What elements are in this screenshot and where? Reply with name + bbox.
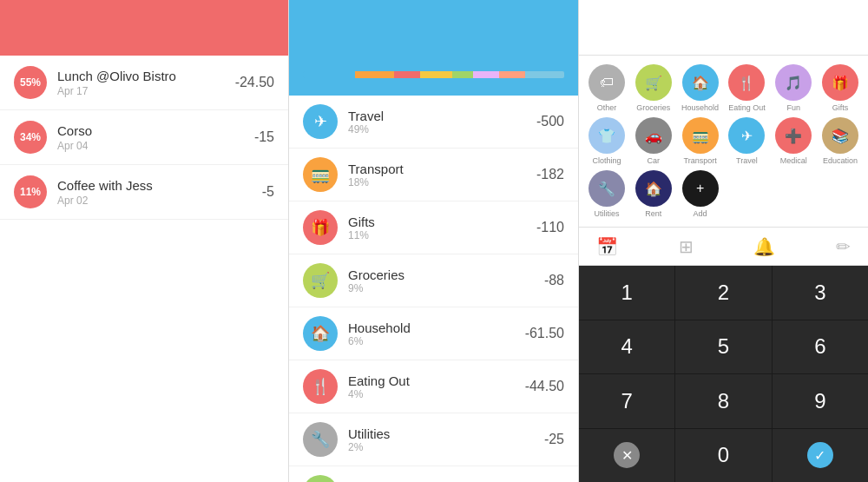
expense-info: Corso Apr 04	[57, 123, 254, 152]
expense-item[interactable]: 55% Lunch @Olivo Bistro Apr 17 -24.50	[0, 56, 288, 110]
cat-grid-item[interactable]: 🎁 Gifts	[819, 64, 861, 112]
cat-grid-item[interactable]: 🛒 Groceries	[633, 64, 674, 112]
numpad-7[interactable]: 7	[579, 374, 674, 428]
cat-grid-label: Add	[694, 209, 707, 218]
expense-item[interactable]: 34% Corso Apr 04 -15	[0, 110, 288, 165]
category-item[interactable]: 🍴 Eating Out 4% -44.50	[289, 360, 578, 413]
cat-grid-icon: 🍴	[728, 64, 765, 101]
category-icon: 🔧	[303, 422, 338, 457]
expense-name: Coffee with Jess	[57, 178, 262, 193]
category-amount: -500	[536, 114, 564, 129]
category-info: Utilities 2%	[348, 426, 544, 453]
panel1-header	[0, 0, 288, 56]
cat-grid-item[interactable]: ✈ Travel	[726, 117, 767, 165]
category-icon: 🛒	[303, 263, 338, 298]
category-name: Utilities	[348, 426, 544, 441]
category-item[interactable]: 🚃 Transport 18% -182	[289, 149, 578, 201]
cat-grid-item[interactable]: 🎵 Fun	[773, 64, 814, 112]
cat-grid-item[interactable]: 🏠 Rent	[633, 170, 674, 218]
category-pct: 6%	[348, 335, 525, 347]
category-amount: -88	[544, 273, 564, 288]
cat-grid-icon: 👕	[589, 117, 625, 154]
color-bar	[473, 71, 499, 78]
panel3-header	[579, 0, 868, 56]
category-icon: 🍴	[303, 369, 338, 404]
numpad-2[interactable]: 2	[675, 266, 771, 320]
numpad-5[interactable]: 5	[675, 320, 771, 374]
category-item[interactable]: ✈ Travel 49% -500	[289, 96, 578, 149]
category-amount: -110	[536, 220, 564, 235]
category-item[interactable]: 👕 Clothing 1% -16	[289, 466, 578, 482]
expense-date: Apr 17	[57, 85, 235, 97]
cat-grid-label: Clothing	[592, 156, 621, 165]
category-info: Travel 49%	[348, 109, 536, 135]
cat-grid-label: Other	[597, 103, 617, 112]
color-bar	[525, 71, 564, 78]
cat-grid-icon: 🚗	[635, 117, 672, 154]
category-pct: 18%	[348, 176, 536, 188]
category-info: Transport 18%	[348, 162, 536, 188]
category-info: Clothing 1%	[348, 479, 544, 483]
cat-grid-item[interactable]: 🏠 Household	[680, 64, 721, 112]
numpad-6[interactable]: 6	[773, 320, 868, 374]
category-name: Clothing	[348, 479, 544, 483]
category-pct: 49%	[348, 123, 536, 135]
cat-grid-item[interactable]: ➕ Medical	[773, 117, 814, 165]
calendar-icon[interactable]: 📅	[596, 236, 618, 257]
expenses-hero	[289, 56, 578, 96]
cat-grid-icon: 📚	[822, 117, 858, 154]
panel2-header	[289, 0, 578, 56]
category-pct: 4%	[348, 388, 525, 400]
category-item[interactable]: 🎁 Gifts 11% -110	[289, 201, 578, 254]
numpad-9[interactable]: 9	[773, 374, 868, 428]
cat-grid-label: Gifts	[832, 103, 849, 112]
numpad-3[interactable]: 3	[773, 266, 868, 320]
category-item[interactable]: 🔧 Utilities 2% -25	[289, 413, 578, 466]
cat-grid-icon: 🎵	[775, 64, 812, 101]
category-icon: 🚃	[303, 157, 338, 192]
cat-grid-item[interactable]: + Add	[680, 170, 721, 218]
edit-icon[interactable]: ✏	[836, 236, 851, 257]
repeat-icon[interactable]: ⊞	[679, 236, 694, 257]
color-bar	[303, 71, 355, 78]
percent-badge: 11%	[14, 175, 47, 208]
expense-info: Lunch @Olivo Bistro Apr 17	[57, 69, 235, 97]
cat-grid-item[interactable]: 🚗 Car	[633, 117, 674, 165]
category-name: Household	[348, 320, 525, 335]
category-item[interactable]: 🛒 Groceries 9% -88	[289, 254, 578, 307]
entry-toolbar: 📅 ⊞ 🔔 ✏	[579, 228, 868, 266]
numpad-0[interactable]: 0	[675, 429, 771, 483]
cat-grid-item[interactable]: 🚃 Transport	[680, 117, 721, 165]
numpad-confirm[interactable]: ✓	[773, 429, 868, 483]
cat-grid-item[interactable]: 🏷 Other	[586, 64, 628, 112]
category-grid: 🏷 Other 🛒 Groceries 🏠 Household 🍴 Eating…	[579, 56, 868, 228]
color-bar	[420, 71, 451, 78]
category-amount: -182	[536, 167, 564, 182]
panel-expenses: ✈ Travel 49% -500 🚃 Transport 18% -182 🎁…	[289, 0, 579, 482]
numpad-8[interactable]: 8	[675, 374, 771, 428]
category-info: Household 6%	[348, 320, 525, 347]
cat-grid-label: Household	[681, 103, 719, 112]
category-item[interactable]: 🏠 Household 6% -61.50	[289, 307, 578, 360]
cat-grid-icon: 🛒	[635, 64, 672, 101]
expense-date: Apr 02	[57, 195, 262, 207]
cat-grid-item[interactable]: 🍴 Eating Out	[726, 64, 767, 112]
cat-grid-label: Car	[647, 156, 660, 165]
numpad-1[interactable]: 1	[579, 266, 674, 320]
expenses-category-list: ✈ Travel 49% -500 🚃 Transport 18% -182 🎁…	[289, 96, 578, 482]
expense-info: Coffee with Jess Apr 02	[57, 178, 262, 207]
expense-item[interactable]: 11% Coffee with Jess Apr 02 -5	[0, 165, 288, 220]
category-info: Eating Out 4%	[348, 373, 525, 400]
color-bars	[303, 71, 564, 78]
bell-icon[interactable]: 🔔	[753, 236, 775, 257]
cat-grid-item[interactable]: 📚 Education	[819, 117, 861, 165]
numpad-4[interactable]: 4	[579, 320, 674, 374]
expense-name: Corso	[57, 123, 254, 138]
category-icon: ✈	[303, 104, 338, 139]
cat-grid-icon: 🏠	[635, 170, 672, 207]
numpad-cancel[interactable]: ✕	[579, 429, 674, 483]
cat-grid-item[interactable]: 🔧 Utilities	[586, 170, 628, 218]
cat-grid-label: Groceries	[636, 103, 670, 112]
cat-grid-item[interactable]: 👕 Clothing	[586, 117, 628, 165]
category-name: Eating Out	[348, 373, 525, 388]
